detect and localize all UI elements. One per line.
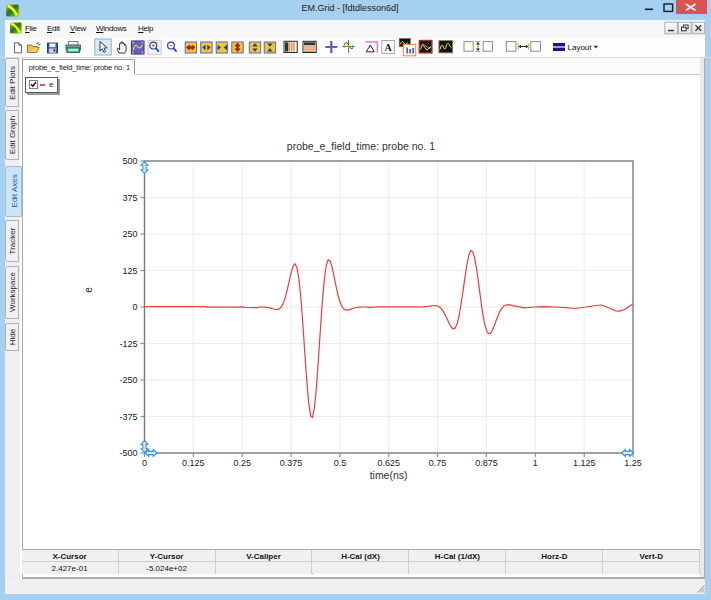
svg-text:e: e	[83, 287, 94, 293]
svg-text:0.875: 0.875	[475, 458, 498, 468]
svg-text:-125: -125	[119, 339, 137, 349]
svg-text:0.25: 0.25	[233, 458, 251, 468]
svg-text:250: 250	[122, 229, 137, 239]
svg-text:0.5: 0.5	[334, 458, 347, 468]
svg-text:0.75: 0.75	[429, 458, 447, 468]
svg-text:375: 375	[122, 193, 137, 203]
svg-text:-500: -500	[119, 448, 137, 458]
svg-text:probe_e_field_time: probe no.: probe_e_field_time: probe no. 1	[287, 140, 435, 152]
svg-text:500: 500	[122, 156, 137, 166]
svg-text:125: 125	[122, 266, 137, 276]
svg-text:0.625: 0.625	[378, 458, 401, 468]
svg-text:0.125: 0.125	[182, 458, 205, 468]
svg-text:0.375: 0.375	[280, 458, 303, 468]
svg-text:0: 0	[142, 458, 147, 468]
svg-text:1.25: 1.25	[624, 458, 642, 468]
svg-text:1.125: 1.125	[573, 458, 596, 468]
svg-text:0: 0	[132, 302, 137, 312]
svg-text:time(ns): time(ns)	[370, 469, 408, 481]
svg-text:-375: -375	[119, 412, 137, 422]
svg-text:1: 1	[533, 458, 538, 468]
svg-text:-250: -250	[119, 375, 137, 385]
